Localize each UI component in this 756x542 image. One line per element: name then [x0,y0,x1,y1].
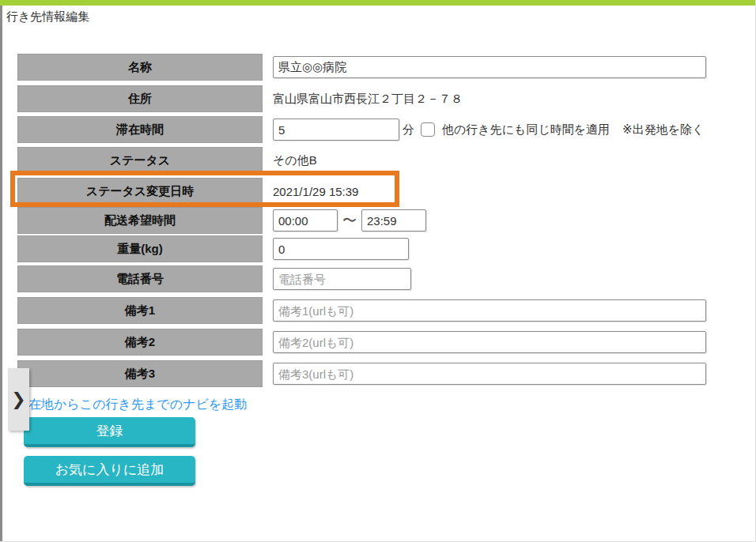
add-favorite-button[interactable]: お気に入りに追加 [24,456,195,486]
field-label-delivery-time: 配送希望時間 [17,207,263,234]
field-label-note3: 備考3 [17,360,263,387]
page-title: 行き先情報編集 [6,9,89,24]
form-row-note2: 備考2 [17,329,706,356]
form-row-status-changed: ステータス変更日時 2021/1/29 15:39 [17,178,358,205]
note3-input[interactable] [273,363,706,385]
start-navigation-link[interactable]: 現在地からこの行き先までのナビを起動 [16,397,247,413]
form-row-note3: 備考3 [17,360,706,387]
field-label-note2: 備考2 [17,329,263,356]
status-changed-value: 2021/1/29 15:39 [273,185,358,198]
note1-input[interactable] [273,299,706,322]
field-label-weight: 重量(kg) [17,235,263,262]
status-value: その他B [273,153,317,168]
delivery-time-to-input[interactable] [361,209,426,231]
apply-same-time-checkbox[interactable] [421,122,435,137]
field-label-status: ステータス [17,147,263,174]
field-label-name: 名称 [17,54,263,81]
apply-same-time-label: 他の行き先にも同じ時間を適用 [442,122,610,137]
register-button[interactable]: 登録 [24,417,195,447]
form-row-note1: 備考1 [17,297,706,324]
field-label-stay-time: 滞在時間 [17,116,263,143]
exclude-departure-note: ※出発地を除く [622,122,704,137]
destination-edit-panel: 行き先情報編集 名称 住所 富山県富山市西長江２丁目２－７８ 滞在時間 分 他の… [0,0,756,542]
panel-collapse-tab[interactable]: ❯ [8,368,29,431]
address-value: 富山県富山市西長江２丁目２－７８ [273,92,463,107]
form-row-name: 名称 [17,54,706,81]
note2-input[interactable] [273,331,706,353]
left-border [0,6,2,542]
name-input[interactable] [273,56,706,78]
weight-input[interactable] [273,238,409,260]
phone-input[interactable] [273,268,411,290]
form-row-delivery-time: 配送希望時間 〜 [17,207,426,234]
time-range-separator: 〜 [342,211,357,230]
field-label-status-changed: ステータス変更日時 [17,178,263,205]
stay-time-unit: 分 [403,122,414,137]
form-row-status: ステータス その他B [17,147,317,174]
top-accent-bar [0,0,756,6]
chevron-right-icon: ❯ [11,391,25,408]
form-row-phone: 電話番号 [17,265,411,292]
field-label-note1: 備考1 [17,297,263,324]
stay-time-input[interactable] [273,119,399,141]
field-label-phone: 電話番号 [17,265,263,292]
delivery-time-from-input[interactable] [273,209,338,231]
form-row-weight: 重量(kg) [17,235,409,262]
field-label-address: 住所 [17,85,263,112]
form-row-address: 住所 富山県富山市西長江２丁目２－７８ [17,85,463,112]
form-row-stay-time: 滞在時間 分 他の行き先にも同じ時間を適用 ※出発地を除く [17,116,704,143]
